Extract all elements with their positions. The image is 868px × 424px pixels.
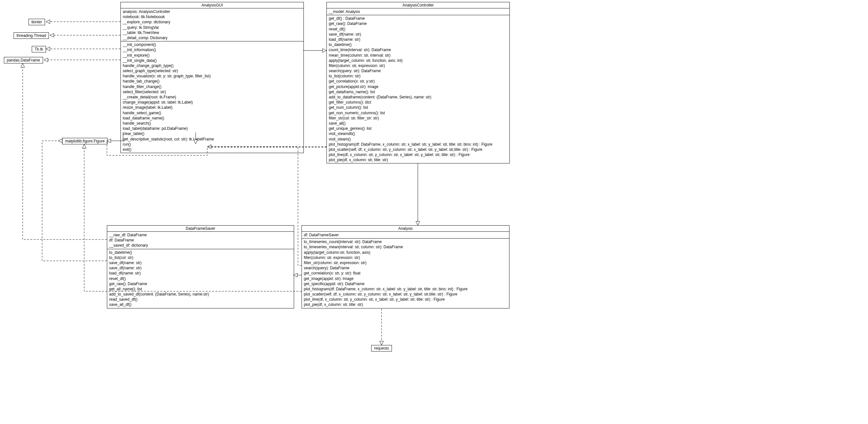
class-line: get_image(appid: str): Image bbox=[304, 276, 507, 281]
class-line: select_graph_type(selected: str) bbox=[123, 68, 302, 73]
svg-marker-7 bbox=[44, 58, 48, 62]
class-line: __init_component() bbox=[123, 42, 302, 47]
svg-marker-1 bbox=[46, 20, 50, 24]
class-methods: get_df() : DataFrameget_raw(): DataFrame… bbox=[327, 15, 509, 163]
class-line: run() bbox=[123, 142, 302, 147]
class-line: analysis: AnalysisController bbox=[123, 9, 302, 14]
class-line: apply(target_column:str, function, axis) bbox=[304, 250, 507, 255]
class-line: __detail_comp: Dictionary bbox=[123, 35, 302, 40]
class-line: load_df(name: str) bbox=[109, 270, 292, 276]
class-line: handle_tab_change() bbox=[123, 79, 302, 84]
class-line: filter_str(column: str, expression: str) bbox=[304, 260, 507, 265]
class-attrs: __raw_df: DataFramedf: DataFrame__saved_… bbox=[107, 232, 294, 249]
class-line: to_datetime() bbox=[109, 250, 292, 255]
class-line: to_timeseries_mean(interval: str, column… bbox=[304, 244, 507, 250]
class-line: to_datetime() bbox=[329, 42, 507, 47]
class-line: get_specific(appid: str): DataFrame bbox=[304, 281, 507, 287]
class-line: to_list(col: str) bbox=[109, 255, 292, 260]
class-line: get_picture(appid:str): Image bbox=[329, 84, 507, 89]
svg-marker-3 bbox=[50, 33, 54, 37]
class-line: handle_select_game() bbox=[123, 110, 302, 116]
class-name: AnalysisGUI bbox=[121, 2, 304, 8]
class-line: get_filter_columns(): dict bbox=[329, 100, 507, 105]
class-line: apply(target_column: str, function, axis… bbox=[329, 58, 507, 63]
class-line: handle_search() bbox=[123, 121, 302, 126]
class-line: plot_pie(df, x_column: str, title: str) bbox=[304, 302, 507, 307]
class-line: to_list(column: str) bbox=[329, 73, 507, 79]
class-line: to_timeseries_count(interval: str): Data… bbox=[304, 239, 507, 244]
class-line: reset_df() bbox=[329, 27, 507, 32]
class-dataframesaver: DataFrameSaver __raw_df: DataFramedf: Da… bbox=[107, 225, 294, 308]
class-line: save_df(name: str) bbox=[109, 265, 292, 270]
class-line: get_df() : DataFrame bbox=[329, 16, 507, 21]
svg-marker-22 bbox=[380, 341, 383, 345]
box-threading: threading.Thread bbox=[13, 32, 49, 39]
class-line: clear_table() bbox=[123, 131, 302, 136]
class-line: __init_single_data() bbox=[123, 58, 302, 63]
class-line: visit_steam() bbox=[329, 137, 507, 142]
class-line: plot_pie(df, x_column: str, title: str) bbox=[329, 157, 507, 162]
class-line: get_correlation(x: str, y:str) bbox=[329, 79, 507, 84]
svg-marker-13 bbox=[58, 139, 62, 143]
class-line: plot_histogram(df: DataFrame, x_column: … bbox=[329, 142, 507, 147]
class-line: add_to_saved_df(content: (DataFrame, Ser… bbox=[109, 292, 292, 297]
class-methods: __init_component()__init_information()__… bbox=[121, 41, 304, 153]
class-line: get_dataframs_name(): list bbox=[329, 89, 507, 95]
class-line: get_descriptive_statistic(root, col: str… bbox=[123, 137, 302, 142]
class-line: get_raw(): DataFrame bbox=[109, 281, 292, 287]
class-line: __create_detail(root: tk.Frame) bbox=[123, 95, 302, 100]
class-line: plot_line(df, x_column: str, y_column: s… bbox=[329, 152, 507, 157]
class-name: DataFrameSaver bbox=[107, 226, 294, 232]
class-line: __raw_df: DataFrame bbox=[109, 232, 292, 237]
svg-marker-23 bbox=[82, 144, 86, 148]
class-line: load_tabel(dataframe: pd.DataFrame) bbox=[123, 126, 302, 131]
box-tktk: Tk.tk bbox=[32, 46, 46, 53]
class-line: visit_steamdb() bbox=[329, 131, 507, 136]
box-tkinter: tkinter bbox=[29, 19, 45, 25]
svg-marker-14 bbox=[21, 63, 25, 67]
class-line: read_saved_df() bbox=[109, 297, 292, 302]
box-requests: requests bbox=[371, 345, 392, 352]
class-line: get_unique_genres(): list bbox=[329, 126, 507, 131]
class-attrs: __model: Analysis bbox=[327, 8, 509, 15]
class-line: save_df(name: str) bbox=[109, 260, 292, 265]
class-line: plot_scatter(self, df, x_column: str, y_… bbox=[329, 147, 507, 152]
class-line: filter_str(col: str, filter_str: str) bbox=[329, 116, 507, 121]
class-line: __table: ttk.TreeView bbox=[123, 30, 302, 35]
svg-marker-5 bbox=[46, 47, 50, 51]
class-line: __model: Analysis bbox=[329, 9, 507, 14]
class-line: exit() bbox=[123, 147, 302, 152]
class-analysisgui: AnalysisGUI analysis: AnalysisController… bbox=[121, 2, 304, 153]
class-line: save_all_df() bbox=[109, 302, 292, 307]
class-methods: to_timeseries_count(interval: str): Data… bbox=[302, 238, 509, 308]
class-line: select_filter(selected: str) bbox=[123, 89, 302, 95]
class-line: plot_histogram(df: DataFrame, x_column: … bbox=[304, 287, 507, 292]
class-line: get_all_name(): list bbox=[109, 287, 292, 292]
class-line: get_num_column(): list bbox=[329, 105, 507, 110]
class-line: change_image(appid: str, label: tk.Label… bbox=[123, 100, 302, 105]
class-attrs: df: DataFrameSaver bbox=[302, 232, 509, 238]
class-line: filter(column: str, expression: str) bbox=[329, 63, 507, 68]
class-line: df: DataFrameSaver bbox=[304, 232, 507, 237]
box-matplotlib: matplotlib.figure.Figure bbox=[62, 138, 107, 144]
class-line: __saved_df: dictionary bbox=[109, 243, 292, 248]
class-attrs: analysis: AnalysisControllernotebook: tt… bbox=[121, 8, 304, 41]
class-line: __init_explore() bbox=[123, 53, 302, 58]
class-line: notebook: ttk.Noteboook bbox=[123, 14, 302, 20]
class-name: AnalysisController bbox=[327, 2, 509, 8]
class-line: get_correlation(x: str, y: str): float bbox=[304, 270, 507, 276]
class-line: plot_scatter(self, df, x_column: str, y_… bbox=[304, 292, 507, 297]
class-line: search(query): DataFrame bbox=[304, 265, 507, 270]
svg-marker-9 bbox=[322, 48, 327, 53]
class-line: save_all() bbox=[329, 121, 507, 126]
class-line: handle_filter_change() bbox=[123, 84, 302, 89]
class-line: handle_change_graph_type() bbox=[123, 63, 302, 68]
box-pandas: pandas.DataFrame bbox=[4, 57, 43, 63]
class-line: load_dataframe_name() bbox=[123, 116, 302, 121]
svg-marker-18 bbox=[416, 221, 420, 225]
class-line: get_raw(): DataFrame bbox=[329, 21, 507, 26]
class-line: df: DataFrame bbox=[109, 237, 292, 243]
class-line: save_df(name: str) bbox=[329, 32, 507, 37]
class-line: count_time(interval: str): DataFrame bbox=[329, 47, 507, 53]
class-name: Analysis bbox=[302, 226, 509, 232]
